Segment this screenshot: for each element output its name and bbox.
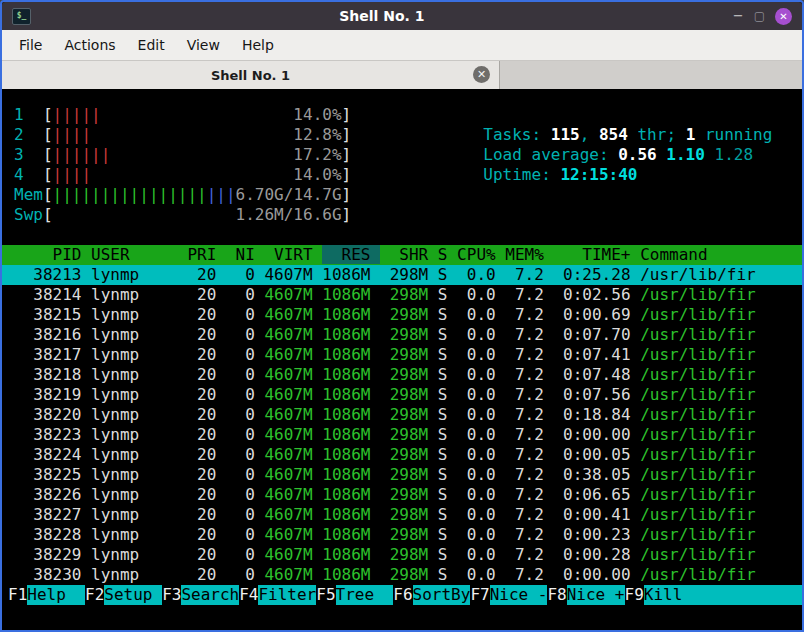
tasks-line: Tasks: 115, 854 thr; 1 running — [387, 105, 772, 125]
process-row[interactable]: 38216 lynmp 20 0 4607M 1086M 298M S 0.0 … — [2, 325, 802, 345]
process-table-body: 38213 lynmp 20 0 4607M 1086M 298M S 0.0 … — [2, 265, 802, 585]
load-5min: 1.10 — [666, 145, 705, 164]
menu-item-help[interactable]: Help — [231, 32, 285, 58]
tab-title: Shell No. 1 — [211, 68, 290, 83]
cpu-meter-4-label: 4 — [14, 165, 43, 184]
process-row[interactable]: 38218 lynmp 20 0 4607M 1086M 298M S 0.0 … — [2, 365, 802, 385]
process-row[interactable]: 38214 lynmp 20 0 4607M 1086M 298M S 0.0 … — [2, 285, 802, 305]
mem-meter-bars: ||||||||||||||||||| — [53, 185, 236, 205]
htop-meters: 1 [|||||14.0%]2 [||||12.8%]3 [||||||17.2… — [2, 105, 802, 225]
cpu-meter-1-label: 1 — [14, 105, 43, 124]
mem-meter-value: 6.70G/14.7G — [236, 185, 342, 205]
menu-item-edit[interactable]: Edit — [127, 32, 176, 58]
menu-item-view[interactable]: View — [176, 32, 231, 58]
tab-close-icon[interactable]: ✕ — [473, 66, 490, 83]
process-row[interactable]: 38228 lynmp 20 0 4607M 1086M 298M S 0.0 … — [2, 525, 802, 545]
process-row[interactable]: 38217 lynmp 20 0 4607M 1086M 298M S 0.0 … — [2, 345, 802, 365]
cpu-meter-4-value: 14.0% — [293, 165, 341, 185]
cpu-meter-3-bars: |||||| — [53, 145, 111, 165]
window-controls: − ▢ ✕ — [733, 8, 792, 25]
fkey-f3[interactable]: F3Search — [162, 585, 239, 605]
tab-shell-no-1[interactable]: Shell No. 1 ✕ — [2, 61, 500, 89]
tasks-label: Tasks: — [483, 125, 550, 144]
process-row[interactable]: 38225 lynmp 20 0 4607M 1086M 298M S 0.0 … — [2, 465, 802, 485]
cpu-meter-2-bars: |||| — [53, 125, 92, 145]
process-row[interactable]: 38226 lynmp 20 0 4607M 1086M 298M S 0.0 … — [2, 485, 802, 505]
load-1min: 0.56 — [618, 145, 657, 164]
process-table: PID USER PRI NI VIRT RES SHR S CPU% MEM%… — [2, 245, 802, 585]
menu-item-file[interactable]: File — [8, 32, 53, 58]
cpu-meter-4-bars: |||| — [53, 165, 92, 185]
window-title: Shell No. 1 — [39, 8, 725, 24]
fkey-f4[interactable]: F4Filter — [239, 585, 316, 605]
swp-meter: Swp[1.26M/16.6G] — [2, 205, 802, 225]
cpu-meter-2-value: 12.8% — [293, 125, 341, 145]
fkey-f6[interactable]: F6SortBy — [393, 585, 470, 605]
terminal-screen[interactable]: 1 [|||||14.0%]2 [||||12.8%]3 [||||||17.2… — [2, 89, 802, 630]
uptime-label: Uptime: — [483, 165, 560, 184]
process-row-selected[interactable]: 38213 lynmp 20 0 4607M 1086M 298M S 0.0 … — [2, 265, 802, 285]
process-row[interactable]: 38219 lynmp 20 0 4607M 1086M 298M S 0.0 … — [2, 385, 802, 405]
fkey-f2[interactable]: F2Setup — [85, 585, 162, 605]
process-row[interactable]: 38229 lynmp 20 0 4607M 1086M 298M S 0.0 … — [2, 545, 802, 565]
load-15min: 1.28 — [715, 145, 754, 164]
fkey-f5[interactable]: F5Tree — [316, 585, 393, 605]
function-key-bar: F1Help F2Setup F3SearchF4FilterF5Tree F6… — [2, 585, 802, 605]
uptime-value: 12:15:40 — [560, 165, 637, 184]
fkey-f9[interactable]: F9Kill — [625, 585, 803, 605]
cpu-meter-3-label: 3 — [14, 145, 43, 164]
running-count: 1 — [686, 125, 696, 144]
mem-meter-label: Mem — [14, 185, 43, 204]
htop-info: Tasks: 115, 854 thr; 1 running Load aver… — [387, 105, 772, 165]
swp-meter-value: 1.26M/16.6G — [236, 205, 342, 225]
fkey-f7[interactable]: F7Nice - — [470, 585, 547, 605]
swp-meter-label: Swp — [14, 205, 43, 224]
sort-column-header[interactable]: RES — [322, 245, 380, 264]
process-row[interactable]: 38224 lynmp 20 0 4607M 1086M 298M S 0.0 … — [2, 445, 802, 465]
terminal-window: $_ Shell No. 1 − ▢ ✕ FileActionsEditView… — [0, 0, 804, 632]
process-row[interactable]: 38230 lynmp 20 0 4607M 1086M 298M S 0.0 … — [2, 565, 802, 585]
process-row[interactable]: 38220 lynmp 20 0 4607M 1086M 298M S 0.0 … — [2, 405, 802, 425]
threads-count: 854 — [599, 125, 628, 144]
fkey-f1[interactable]: F1Help — [8, 585, 85, 605]
cpu-meter-1-bars: ||||| — [53, 105, 101, 125]
process-row[interactable]: 38215 lynmp 20 0 4607M 1086M 298M S 0.0 … — [2, 305, 802, 325]
cpu-meter-1-value: 14.0% — [293, 105, 341, 125]
menu-bar: FileActionsEditViewHelp — [2, 30, 802, 61]
fkey-f8[interactable]: F8Nice + — [547, 585, 624, 605]
tab-bar: Shell No. 1 ✕ — [2, 61, 802, 89]
menu-item-actions[interactable]: Actions — [53, 32, 126, 58]
table-header[interactable]: PID USER PRI NI VIRT RES SHR S CPU% MEM%… — [2, 245, 802, 265]
tasks-count: 115 — [551, 125, 580, 144]
title-bar: $_ Shell No. 1 − ▢ ✕ — [2, 2, 802, 30]
cpu-meter-3-value: 17.2% — [293, 145, 341, 165]
close-button[interactable]: ✕ — [775, 8, 792, 25]
minimize-button[interactable]: − — [733, 8, 744, 24]
cpu-meter-2-label: 2 — [14, 125, 43, 144]
process-row[interactable]: 38223 lynmp 20 0 4607M 1086M 298M S 0.0 … — [2, 425, 802, 445]
terminal-app-icon: $_ — [12, 8, 31, 25]
maximize-button[interactable]: ▢ — [754, 8, 765, 24]
load-label: Load average: — [483, 145, 618, 164]
process-row[interactable]: 38227 lynmp 20 0 4607M 1086M 298M S 0.0 … — [2, 505, 802, 525]
